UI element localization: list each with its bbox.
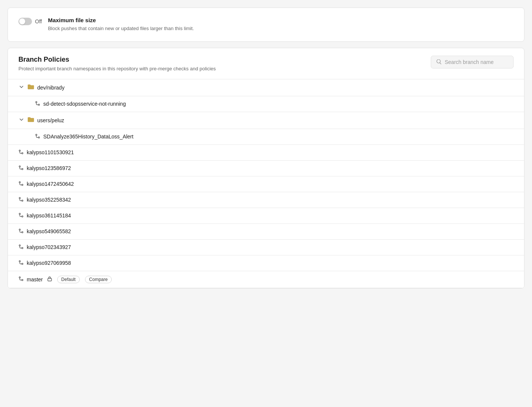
branch-policies-header: Branch Policies Protect important branch… (8, 48, 524, 79)
branch-name-sd-detect: sd-detect-sdopsservice-not-running (43, 101, 126, 107)
branch-name-kalypso927069958: kalypso927069958 (27, 260, 71, 266)
toggle-label: Off (35, 18, 42, 24)
search-box[interactable]: Search branch name (431, 56, 514, 68)
branch-icon (18, 197, 24, 203)
branch-row-kalypso123586972[interactable]: kalypso123586972 (8, 161, 524, 176)
folder-icon (27, 84, 34, 91)
max-file-size-card: Off Maximum file size Block pushes that … (8, 8, 524, 42)
badge-compare[interactable]: Compare (85, 276, 112, 283)
branch-row-sd-detect[interactable]: sd-detect-sdopsservice-not-running (8, 96, 524, 112)
branch-name-kalypso702343927: kalypso702343927 (27, 244, 71, 250)
branch-name-kalypso361145184: kalypso361145184 (27, 213, 71, 219)
branch-policies-header-left: Branch Policies Protect important branch… (18, 56, 216, 71)
branch-row-kalypso352258342[interactable]: kalypso352258342 (8, 192, 524, 208)
branch-row-sdanalyze[interactable]: SDAnalyze365History_DataLoss_Alert (8, 129, 524, 145)
branch-icon (35, 101, 40, 107)
toggle-container: Off (18, 18, 42, 25)
branch-name-kalypso1101530921: kalypso1101530921 (27, 149, 74, 155)
branch-icon (18, 244, 24, 251)
branch-row-kalypso1472450642[interactable]: kalypso1472450642 (8, 176, 524, 192)
folder-name-users-peluz: users/peluz (37, 117, 64, 123)
search-icon (436, 59, 442, 65)
branch-icon (18, 228, 24, 235)
svg-rect-22 (48, 278, 52, 281)
max-file-size-description: Block pushes that contain new or updated… (48, 25, 194, 32)
branch-icon (18, 165, 24, 172)
max-file-size-toggle[interactable] (18, 18, 32, 25)
branch-icon (35, 134, 40, 140)
branch-row-kalypso1101530921[interactable]: kalypso1101530921 (8, 145, 524, 161)
badge-default[interactable]: Default (57, 276, 80, 283)
branch-icon (18, 149, 24, 156)
max-file-size-title: Maximum file size (48, 17, 194, 23)
branch-policies-card: Branch Policies Protect important branch… (8, 48, 524, 289)
branch-policies-title: Branch Policies (18, 56, 216, 64)
folder-row-users-peluz[interactable]: users/peluz (8, 112, 524, 129)
branch-icon (18, 213, 24, 219)
branch-row-master[interactable]: master Default Compare (8, 271, 524, 288)
max-file-size-section: Off Maximum file size Block pushes that … (8, 8, 524, 41)
branch-name-kalypso352258342: kalypso352258342 (27, 197, 71, 203)
branch-name-master: master (27, 276, 43, 282)
branch-icon (18, 260, 24, 266)
folder-icon (27, 117, 34, 124)
branch-icon (18, 181, 24, 187)
branch-row-kalypso702343927[interactable]: kalypso702343927 (8, 240, 524, 255)
branch-icon (18, 276, 24, 282)
folder-row-dev-nibrady[interactable]: dev/nibrady (8, 79, 524, 96)
branch-name-kalypso123586972: kalypso123586972 (27, 165, 71, 171)
lock-icon (47, 276, 52, 282)
chevron-down-icon (18, 85, 24, 90)
branch-name-kalypso549065582: kalypso549065582 (27, 228, 71, 234)
branch-policies-description: Protect important branch namespaces in t… (18, 66, 216, 71)
branch-row-kalypso927069958[interactable]: kalypso927069958 (8, 255, 524, 271)
branch-row-kalypso361145184[interactable]: kalypso361145184 (8, 208, 524, 224)
branch-name-kalypso1472450642: kalypso1472450642 (27, 181, 74, 187)
folder-name-dev-nibrady: dev/nibrady (37, 85, 64, 91)
search-placeholder: Search branch name (445, 59, 494, 65)
max-file-info: Maximum file size Block pushes that cont… (48, 17, 194, 32)
branch-list: dev/nibrady sd-detect-sdopsservice-not-r… (8, 79, 524, 288)
branch-name-sdanalyze: SDAnalyze365History_DataLoss_Alert (43, 134, 134, 140)
branch-row-kalypso549065582[interactable]: kalypso549065582 (8, 224, 524, 240)
chevron-down-icon (18, 117, 24, 123)
